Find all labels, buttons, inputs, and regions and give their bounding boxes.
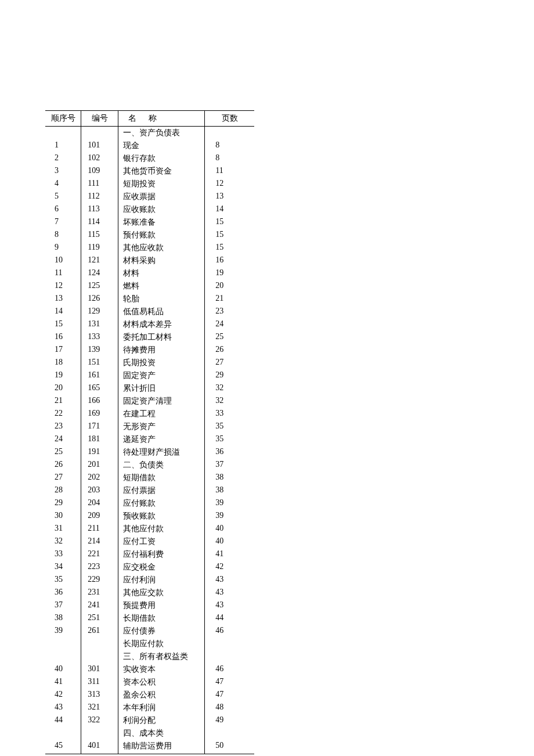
cell-seq: 44 [45, 714, 81, 727]
cell-code: 165 [81, 382, 118, 395]
cell-seq [45, 650, 81, 663]
cell-code: 109 [81, 165, 118, 178]
table-row: 11124材料19 [45, 267, 254, 280]
cell-seq: 6 [45, 203, 81, 216]
cell-page: 43 [205, 599, 254, 612]
cell-code [81, 638, 118, 650]
cell-code: 251 [81, 612, 118, 625]
cell-seq: 42 [45, 689, 81, 701]
cell-code: 131 [81, 318, 118, 331]
cell-seq: 2 [45, 152, 81, 165]
cell-page: 13 [205, 190, 254, 203]
cell-page: 21 [205, 293, 254, 305]
table-row: 42313盈余公积47 [45, 689, 254, 701]
cell-code: 171 [81, 420, 118, 433]
cell-page: 14 [205, 203, 254, 216]
cell-name: 四、成本类 [118, 727, 205, 740]
cell-name: 低值易耗品 [118, 305, 205, 318]
table-row: 37241预提费用43 [45, 599, 254, 612]
cell-name: 委托加工材料 [118, 331, 205, 344]
cell-code: 114 [81, 216, 118, 229]
cell-name: 辅助营运费用 [118, 740, 205, 754]
cell-page: 29 [205, 369, 254, 382]
cell-page: 12 [205, 178, 254, 190]
table-row: 四、成本类 [45, 727, 254, 740]
table-row: 13126轮胎21 [45, 293, 254, 305]
cell-name: 燃料 [118, 280, 205, 293]
table-row: 21166固定资产清理32 [45, 395, 254, 408]
cell-seq: 16 [45, 331, 81, 344]
cell-code: 126 [81, 293, 118, 305]
cell-name: 长期借款 [118, 612, 205, 625]
cell-name: 氏期投资 [118, 357, 205, 369]
cell-page: 48 [205, 701, 254, 714]
table-row: 39261应付债券46 [45, 625, 254, 638]
cell-page: 50 [205, 740, 254, 754]
table-row: 34223应交税金42 [45, 561, 254, 574]
cell-name: 盈余公积 [118, 689, 205, 701]
cell-page: 32 [205, 382, 254, 395]
table-row: 29204应付账款39 [45, 497, 254, 510]
cell-seq: 1 [45, 139, 81, 152]
cell-page: 41 [205, 548, 254, 561]
cell-name: 应付账款 [118, 497, 205, 510]
table-row: 18151氏期投资27 [45, 357, 254, 369]
cell-code: 209 [81, 510, 118, 523]
cell-name: 二、负债类 [118, 459, 205, 471]
cell-seq: 7 [45, 216, 81, 229]
cell-code: 119 [81, 242, 118, 254]
cell-seq: 33 [45, 548, 81, 561]
cell-name: 在建工程 [118, 408, 205, 420]
table-row: 35229应付利润43 [45, 574, 254, 586]
cell-seq: 36 [45, 586, 81, 599]
cell-page: 40 [205, 535, 254, 548]
cell-page: 37 [205, 459, 254, 471]
cell-name: 待摊费用 [118, 344, 205, 357]
table-row: 一、资产负债表 [45, 127, 254, 140]
cell-seq: 23 [45, 420, 81, 433]
header-name: 名称 [118, 111, 205, 127]
cell-code: 112 [81, 190, 118, 203]
cell-seq: 13 [45, 293, 81, 305]
cell-seq: 17 [45, 344, 81, 357]
cell-seq: 43 [45, 701, 81, 714]
cell-seq: 34 [45, 561, 81, 574]
cell-name: 固定资产 [118, 369, 205, 382]
cell-code: 101 [81, 139, 118, 152]
cell-seq: 45 [45, 740, 81, 754]
cell-seq: 26 [45, 459, 81, 471]
table-row: 17139待摊费用26 [45, 344, 254, 357]
cell-code [81, 650, 118, 663]
table-row: 36231其他应交款43 [45, 586, 254, 599]
cell-code: 113 [81, 203, 118, 216]
cell-page: 39 [205, 497, 254, 510]
cell-name: 其他应交款 [118, 586, 205, 599]
cell-name: 轮胎 [118, 293, 205, 305]
cell-name: 递延资产 [118, 433, 205, 446]
cell-seq: 11 [45, 267, 81, 280]
cell-code: 229 [81, 574, 118, 586]
cell-page: 46 [205, 625, 254, 638]
cell-name: 应付福利费 [118, 548, 205, 561]
cell-seq: 37 [45, 599, 81, 612]
cell-seq: 41 [45, 676, 81, 689]
cell-page: 15 [205, 242, 254, 254]
cell-seq: 19 [45, 369, 81, 382]
cell-page: 20 [205, 280, 254, 293]
cell-code: 401 [81, 740, 118, 754]
cell-page: 26 [205, 344, 254, 357]
table-row: 28203应付票据38 [45, 484, 254, 497]
header-page: 页数 [205, 111, 254, 127]
cell-name: 资本公积 [118, 676, 205, 689]
cell-page: 36 [205, 446, 254, 459]
header-seq: 顺序号 [45, 111, 81, 127]
cell-page: 38 [205, 484, 254, 497]
cell-name: 应付工资 [118, 535, 205, 548]
table-row: 7114坏账准备15 [45, 216, 254, 229]
table-row: 16133委托加工材料25 [45, 331, 254, 344]
cell-code: 111 [81, 178, 118, 190]
cell-code: 166 [81, 395, 118, 408]
cell-name: 现金 [118, 139, 205, 152]
cell-seq [45, 727, 81, 740]
cell-code: 301 [81, 663, 118, 676]
